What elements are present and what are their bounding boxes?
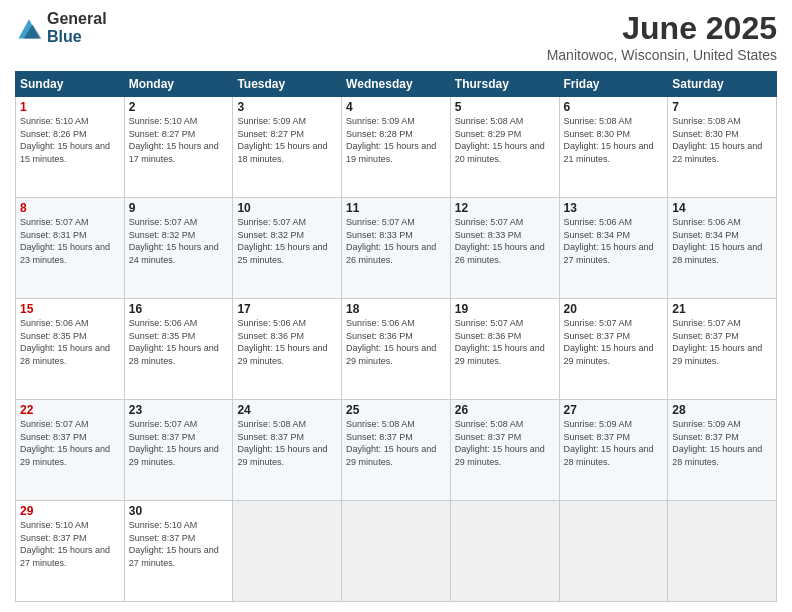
month-title: June 2025 bbox=[547, 10, 777, 47]
logo-general-text: General bbox=[47, 10, 107, 28]
day-detail: Sunrise: 5:08 AMSunset: 8:29 PMDaylight:… bbox=[455, 116, 545, 164]
day-number: 1 bbox=[20, 100, 120, 114]
calendar-cell: 1Sunrise: 5:10 AMSunset: 8:26 PMDaylight… bbox=[16, 97, 125, 198]
day-detail: Sunrise: 5:09 AMSunset: 8:37 PMDaylight:… bbox=[564, 419, 654, 467]
calendar-cell bbox=[233, 501, 342, 602]
day-number: 24 bbox=[237, 403, 337, 417]
calendar-cell: 6Sunrise: 5:08 AMSunset: 8:30 PMDaylight… bbox=[559, 97, 668, 198]
day-detail: Sunrise: 5:07 AMSunset: 8:37 PMDaylight:… bbox=[564, 318, 654, 366]
day-detail: Sunrise: 5:07 AMSunset: 8:32 PMDaylight:… bbox=[129, 217, 219, 265]
col-header-sunday: Sunday bbox=[16, 72, 125, 97]
calendar-cell: 9Sunrise: 5:07 AMSunset: 8:32 PMDaylight… bbox=[124, 198, 233, 299]
day-detail: Sunrise: 5:07 AMSunset: 8:37 PMDaylight:… bbox=[129, 419, 219, 467]
calendar-cell: 4Sunrise: 5:09 AMSunset: 8:28 PMDaylight… bbox=[342, 97, 451, 198]
calendar-cell bbox=[668, 501, 777, 602]
calendar-week-5: 29Sunrise: 5:10 AMSunset: 8:37 PMDayligh… bbox=[16, 501, 777, 602]
calendar-cell: 7Sunrise: 5:08 AMSunset: 8:30 PMDaylight… bbox=[668, 97, 777, 198]
day-detail: Sunrise: 5:10 AMSunset: 8:37 PMDaylight:… bbox=[20, 520, 110, 568]
calendar-cell: 16Sunrise: 5:06 AMSunset: 8:35 PMDayligh… bbox=[124, 299, 233, 400]
day-number: 21 bbox=[672, 302, 772, 316]
calendar-table: SundayMondayTuesdayWednesdayThursdayFrid… bbox=[15, 71, 777, 602]
calendar-cell: 13Sunrise: 5:06 AMSunset: 8:34 PMDayligh… bbox=[559, 198, 668, 299]
calendar-cell: 30Sunrise: 5:10 AMSunset: 8:37 PMDayligh… bbox=[124, 501, 233, 602]
col-header-thursday: Thursday bbox=[450, 72, 559, 97]
day-detail: Sunrise: 5:06 AMSunset: 8:34 PMDaylight:… bbox=[564, 217, 654, 265]
day-number: 14 bbox=[672, 201, 772, 215]
location: Manitowoc, Wisconsin, United States bbox=[547, 47, 777, 63]
day-detail: Sunrise: 5:07 AMSunset: 8:36 PMDaylight:… bbox=[455, 318, 545, 366]
day-number: 27 bbox=[564, 403, 664, 417]
col-header-friday: Friday bbox=[559, 72, 668, 97]
day-number: 30 bbox=[129, 504, 229, 518]
calendar-cell bbox=[559, 501, 668, 602]
calendar-cell: 20Sunrise: 5:07 AMSunset: 8:37 PMDayligh… bbox=[559, 299, 668, 400]
day-detail: Sunrise: 5:07 AMSunset: 8:31 PMDaylight:… bbox=[20, 217, 110, 265]
calendar-cell: 25Sunrise: 5:08 AMSunset: 8:37 PMDayligh… bbox=[342, 400, 451, 501]
calendar-cell: 3Sunrise: 5:09 AMSunset: 8:27 PMDaylight… bbox=[233, 97, 342, 198]
day-number: 2 bbox=[129, 100, 229, 114]
calendar-cell: 19Sunrise: 5:07 AMSunset: 8:36 PMDayligh… bbox=[450, 299, 559, 400]
col-header-tuesday: Tuesday bbox=[233, 72, 342, 97]
day-number: 26 bbox=[455, 403, 555, 417]
day-detail: Sunrise: 5:06 AMSunset: 8:35 PMDaylight:… bbox=[129, 318, 219, 366]
day-detail: Sunrise: 5:07 AMSunset: 8:37 PMDaylight:… bbox=[672, 318, 762, 366]
day-detail: Sunrise: 5:06 AMSunset: 8:36 PMDaylight:… bbox=[346, 318, 436, 366]
day-detail: Sunrise: 5:07 AMSunset: 8:33 PMDaylight:… bbox=[455, 217, 545, 265]
day-number: 13 bbox=[564, 201, 664, 215]
day-detail: Sunrise: 5:06 AMSunset: 8:36 PMDaylight:… bbox=[237, 318, 327, 366]
calendar-cell: 28Sunrise: 5:09 AMSunset: 8:37 PMDayligh… bbox=[668, 400, 777, 501]
calendar-week-2: 8Sunrise: 5:07 AMSunset: 8:31 PMDaylight… bbox=[16, 198, 777, 299]
day-detail: Sunrise: 5:08 AMSunset: 8:30 PMDaylight:… bbox=[672, 116, 762, 164]
day-detail: Sunrise: 5:10 AMSunset: 8:27 PMDaylight:… bbox=[129, 116, 219, 164]
day-detail: Sunrise: 5:09 AMSunset: 8:28 PMDaylight:… bbox=[346, 116, 436, 164]
calendar-cell bbox=[450, 501, 559, 602]
day-detail: Sunrise: 5:07 AMSunset: 8:37 PMDaylight:… bbox=[20, 419, 110, 467]
day-number: 6 bbox=[564, 100, 664, 114]
logo-icon bbox=[15, 14, 43, 42]
day-detail: Sunrise: 5:09 AMSunset: 8:27 PMDaylight:… bbox=[237, 116, 327, 164]
day-number: 29 bbox=[20, 504, 120, 518]
day-detail: Sunrise: 5:07 AMSunset: 8:32 PMDaylight:… bbox=[237, 217, 327, 265]
day-number: 19 bbox=[455, 302, 555, 316]
calendar-cell: 21Sunrise: 5:07 AMSunset: 8:37 PMDayligh… bbox=[668, 299, 777, 400]
day-detail: Sunrise: 5:09 AMSunset: 8:37 PMDaylight:… bbox=[672, 419, 762, 467]
calendar-week-4: 22Sunrise: 5:07 AMSunset: 8:37 PMDayligh… bbox=[16, 400, 777, 501]
day-number: 3 bbox=[237, 100, 337, 114]
calendar-cell: 8Sunrise: 5:07 AMSunset: 8:31 PMDaylight… bbox=[16, 198, 125, 299]
day-detail: Sunrise: 5:06 AMSunset: 8:34 PMDaylight:… bbox=[672, 217, 762, 265]
calendar-cell: 11Sunrise: 5:07 AMSunset: 8:33 PMDayligh… bbox=[342, 198, 451, 299]
logo: General Blue bbox=[15, 10, 107, 45]
logo-blue-text: Blue bbox=[47, 28, 107, 46]
calendar-cell: 24Sunrise: 5:08 AMSunset: 8:37 PMDayligh… bbox=[233, 400, 342, 501]
day-detail: Sunrise: 5:10 AMSunset: 8:26 PMDaylight:… bbox=[20, 116, 110, 164]
col-header-wednesday: Wednesday bbox=[342, 72, 451, 97]
header: General Blue June 2025 Manitowoc, Wiscon… bbox=[15, 10, 777, 63]
calendar-week-3: 15Sunrise: 5:06 AMSunset: 8:35 PMDayligh… bbox=[16, 299, 777, 400]
col-header-saturday: Saturday bbox=[668, 72, 777, 97]
day-number: 25 bbox=[346, 403, 446, 417]
calendar-cell bbox=[342, 501, 451, 602]
col-header-monday: Monday bbox=[124, 72, 233, 97]
day-detail: Sunrise: 5:10 AMSunset: 8:37 PMDaylight:… bbox=[129, 520, 219, 568]
calendar-cell: 15Sunrise: 5:06 AMSunset: 8:35 PMDayligh… bbox=[16, 299, 125, 400]
calendar-cell: 10Sunrise: 5:07 AMSunset: 8:32 PMDayligh… bbox=[233, 198, 342, 299]
day-detail: Sunrise: 5:08 AMSunset: 8:37 PMDaylight:… bbox=[346, 419, 436, 467]
day-number: 15 bbox=[20, 302, 120, 316]
title-block: June 2025 Manitowoc, Wisconsin, United S… bbox=[547, 10, 777, 63]
calendar-cell: 23Sunrise: 5:07 AMSunset: 8:37 PMDayligh… bbox=[124, 400, 233, 501]
day-number: 18 bbox=[346, 302, 446, 316]
day-number: 17 bbox=[237, 302, 337, 316]
calendar-cell: 2Sunrise: 5:10 AMSunset: 8:27 PMDaylight… bbox=[124, 97, 233, 198]
calendar-cell: 14Sunrise: 5:06 AMSunset: 8:34 PMDayligh… bbox=[668, 198, 777, 299]
day-detail: Sunrise: 5:08 AMSunset: 8:37 PMDaylight:… bbox=[237, 419, 327, 467]
day-number: 23 bbox=[129, 403, 229, 417]
calendar-cell: 12Sunrise: 5:07 AMSunset: 8:33 PMDayligh… bbox=[450, 198, 559, 299]
calendar-header-row: SundayMondayTuesdayWednesdayThursdayFrid… bbox=[16, 72, 777, 97]
calendar-week-1: 1Sunrise: 5:10 AMSunset: 8:26 PMDaylight… bbox=[16, 97, 777, 198]
day-number: 20 bbox=[564, 302, 664, 316]
day-number: 11 bbox=[346, 201, 446, 215]
page: General Blue June 2025 Manitowoc, Wiscon… bbox=[0, 0, 792, 612]
day-number: 5 bbox=[455, 100, 555, 114]
day-number: 28 bbox=[672, 403, 772, 417]
day-detail: Sunrise: 5:06 AMSunset: 8:35 PMDaylight:… bbox=[20, 318, 110, 366]
